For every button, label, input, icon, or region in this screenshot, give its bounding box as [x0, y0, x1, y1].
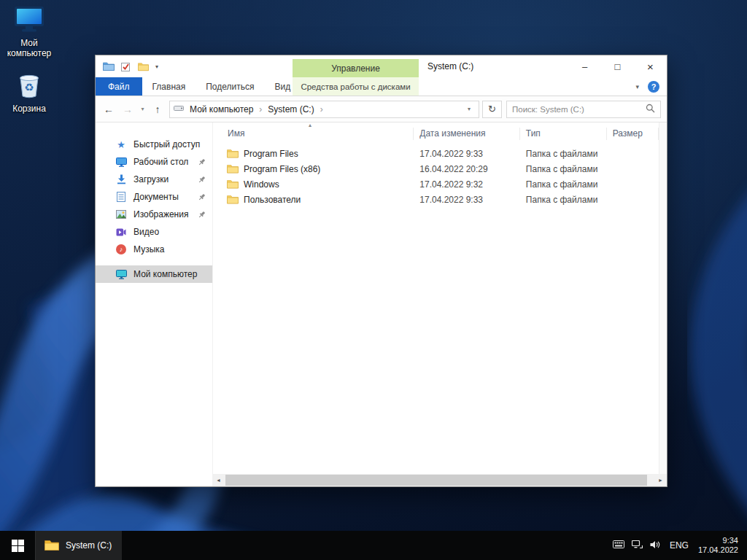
customize-toolbar-icon[interactable]: ▾ [155, 63, 158, 70]
touch-keyboard-icon[interactable] [613, 540, 624, 551]
sidebar-item-videos[interactable]: Видео [96, 223, 212, 241]
folder-icon [227, 195, 239, 204]
column-header-name[interactable]: Имя [213, 128, 414, 140]
desktop-icon-recycle-bin[interactable]: ♻ Корзина [1, 69, 57, 114]
navigation-bar: ← → ▾ ↑ Мой компьютер › System (C:) › ▾ … [96, 96, 667, 122]
desktop: Мой компьютер ♻ Корзина [0, 0, 747, 560]
sidebar-item-downloads[interactable]: Загрузки [96, 171, 212, 188]
folder-icon [227, 149, 239, 158]
file-type: Папка с файлами [520, 164, 607, 174]
network-icon[interactable] [632, 540, 643, 551]
file-row[interactable]: Windows 17.04.2022 9:32 Папка с файлами [213, 176, 659, 192]
chevron-right-icon[interactable]: › [320, 104, 323, 114]
tab-file[interactable]: Файл [96, 77, 142, 96]
desktop-icon-area: Мой компьютер ♻ Корзина [1, 6, 57, 124]
search-box[interactable] [506, 101, 661, 118]
my-computer-icon [12, 6, 46, 34]
file-type: Папка с файлами [520, 179, 607, 190]
music-icon: ♪ [115, 244, 128, 254]
folder-icon [227, 179, 239, 189]
folder-icon [227, 164, 239, 174]
scroll-left-icon[interactable]: ◄ [212, 478, 225, 483]
file-row[interactable]: Program Files 17.04.2022 9:33 Папка с фа… [213, 146, 659, 161]
sort-ascending-icon: ▴ [309, 122, 311, 128]
new-folder-icon[interactable] [138, 62, 149, 71]
start-button[interactable] [0, 531, 35, 560]
sidebar-item-music[interactable]: ♪ Музыка [96, 241, 212, 258]
star-icon: ★ [115, 139, 128, 150]
recent-locations-icon[interactable]: ▾ [138, 106, 147, 112]
app-icon [103, 61, 115, 71]
file-name: Пользователи [244, 195, 301, 205]
properties-icon[interactable] [121, 62, 131, 71]
help-icon[interactable]: ? [648, 81, 659, 93]
clock-time: 9:34 [698, 536, 738, 545]
horizontal-scrollbar[interactable]: ◄ ► [212, 474, 667, 486]
forward-button[interactable]: → [119, 101, 136, 118]
sidebar-item-pictures[interactable]: Изображения [96, 206, 212, 223]
sidebar-item-label: Быстрый доступ [133, 139, 200, 149]
window-title: System (C:) [427, 55, 473, 77]
language-indicator[interactable]: ENG [670, 540, 689, 551]
refresh-button[interactable]: ↻ [482, 101, 502, 118]
picture-icon [115, 210, 128, 219]
up-button[interactable]: ↑ [149, 101, 166, 118]
sidebar-item-label: Музыка [133, 244, 164, 254]
file-date: 17.04.2022 9:33 [414, 195, 520, 205]
sidebar-item-label: Изображения [133, 209, 188, 219]
file-row[interactable]: Program Files (x86) 16.04.2022 20:29 Пап… [213, 161, 659, 176]
ribbon-tabs: Файл Главная Поделиться Вид Средства раб… [96, 77, 667, 96]
breadcrumb-item[interactable]: Мой компьютер [186, 104, 257, 114]
tab-drive-tools[interactable]: Средства работы с дисками [293, 77, 419, 96]
sidebar-item-documents[interactable]: Документы [96, 188, 212, 206]
tab-share[interactable]: Поделиться [196, 77, 264, 96]
taskbar-app-explorer[interactable]: System (C:) [35, 531, 122, 560]
column-header-type[interactable]: Тип [520, 128, 607, 140]
minimize-button[interactable]: – [568, 55, 601, 77]
file-name: Program Files [244, 149, 298, 159]
column-header-size[interactable]: Размер [607, 128, 659, 140]
search-icon[interactable] [646, 104, 655, 115]
expand-ribbon-icon[interactable]: ▾ [635, 83, 639, 90]
file-name: Windows [244, 179, 279, 190]
pin-icon [198, 193, 206, 203]
address-bar[interactable]: Мой компьютер › System (C:) › ▾ [169, 101, 479, 118]
sidebar-item-quick-access[interactable]: ★ Быстрый доступ [96, 136, 212, 153]
pin-icon [198, 158, 206, 168]
pin-icon [198, 176, 206, 186]
scroll-right-icon[interactable]: ► [654, 478, 667, 483]
file-type: Папка с файлами [520, 149, 607, 159]
sidebar-item-label: Мой компьютер [133, 269, 197, 279]
file-name: Program Files (x86) [244, 164, 320, 174]
file-rows: Program Files 17.04.2022 9:33 Папка с фа… [213, 142, 659, 207]
sidebar-item-label: Загрузки [133, 174, 169, 184]
column-header-date[interactable]: Дата изменения [414, 128, 520, 140]
window-main: ★ Быстрый доступ Рабочий стол [96, 122, 667, 474]
scrollbar-thumb[interactable] [225, 475, 647, 486]
chevron-right-icon[interactable]: › [259, 104, 262, 114]
close-button[interactable]: × [634, 55, 667, 77]
volume-icon[interactable] [650, 540, 660, 551]
desktop-icon [115, 158, 128, 167]
clock-date: 17.04.2022 [698, 545, 738, 555]
search-input[interactable] [512, 105, 643, 114]
vertical-scrollbar[interactable] [659, 122, 667, 474]
maximize-button[interactable]: □ [601, 55, 634, 77]
tab-home[interactable]: Главная [142, 77, 196, 96]
title-bar[interactable]: ▾ Управление System (C:) – □ × [96, 55, 667, 77]
location-icon [174, 104, 184, 114]
clock[interactable]: 9:34 17.04.2022 [698, 536, 738, 555]
file-date: 17.04.2022 9:32 [414, 179, 520, 190]
desktop-icon-label: Мой компьютер [1, 38, 57, 58]
address-dropdown-icon[interactable]: ▾ [463, 106, 475, 112]
sidebar-item-desktop[interactable]: Рабочий стол [96, 153, 212, 171]
sidebar-item-this-pc[interactable]: Мой компьютер [96, 265, 212, 283]
computer-icon [115, 270, 128, 279]
desktop-icon-my-computer[interactable]: Мой компьютер [1, 6, 57, 58]
pin-icon [198, 211, 206, 221]
breadcrumb-item[interactable]: System (C:) [264, 104, 317, 114]
explorer-window: ▾ Управление System (C:) – □ × Файл Глав… [95, 55, 667, 487]
sidebar-item-label: Документы [133, 192, 179, 202]
back-button[interactable]: ← [100, 101, 117, 118]
file-row[interactable]: Пользователи 17.04.2022 9:33 Папка с фай… [213, 192, 659, 207]
